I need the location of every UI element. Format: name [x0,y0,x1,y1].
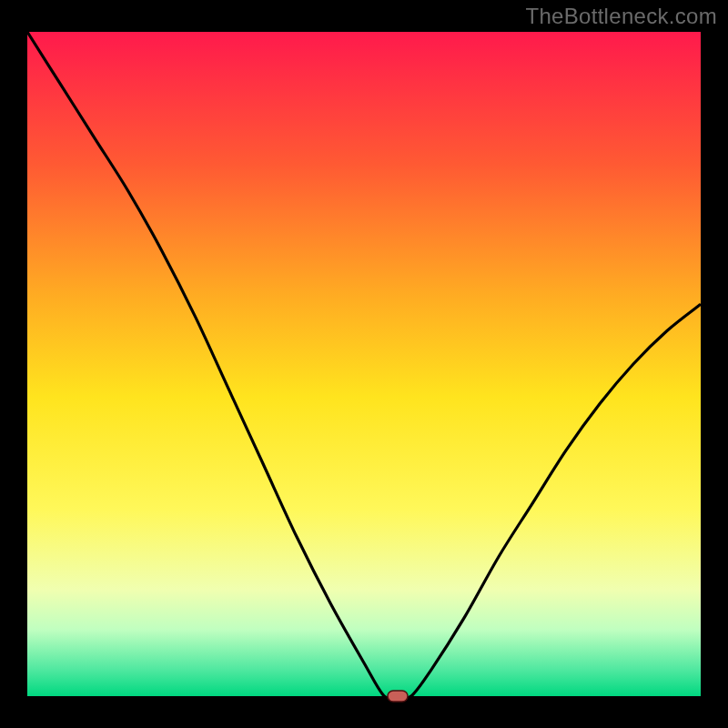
min-marker [388,691,408,702]
bottleneck-chart [0,0,728,728]
chart-stage: TheBottleneck.com [0,0,728,728]
plot-background [27,32,701,696]
watermark-label: TheBottleneck.com [525,4,717,29]
